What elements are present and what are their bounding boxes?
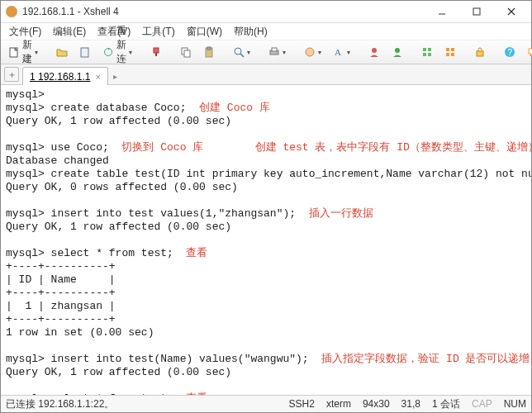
grid1-button[interactable] xyxy=(417,42,437,62)
svg-rect-8 xyxy=(155,53,157,56)
copy-button[interactable] xyxy=(176,42,196,62)
svg-point-19 xyxy=(372,48,377,53)
disconnect-icon xyxy=(150,46,162,58)
statusbar: 已连接 192.168.1.1:22。 SSH2 xterm 94x30 31,… xyxy=(1,395,531,412)
users-button[interactable] xyxy=(364,42,384,62)
annotation: 插入一行数据 xyxy=(296,207,373,220)
paste-button[interactable] xyxy=(199,42,219,62)
palette-icon xyxy=(304,46,316,58)
user-red-icon xyxy=(368,46,380,58)
tab-label: 1 192.168.1.1 xyxy=(30,71,90,83)
grid2-button[interactable] xyxy=(440,42,460,62)
svg-rect-16 xyxy=(272,48,277,51)
app-icon xyxy=(6,6,17,17)
status-cap: CAP xyxy=(472,398,492,410)
terminal[interactable]: mysql> mysql> create database Coco; 创建 C… xyxy=(1,85,531,395)
term-line: Query OK, 0 rows affected (0.00 sec) xyxy=(6,181,238,193)
menu-help[interactable]: 帮助(H) xyxy=(229,24,273,40)
svg-rect-10 xyxy=(184,50,190,57)
annotation: 创建 Coco 库 xyxy=(186,102,269,114)
term-line: mysql> select * from test; xyxy=(6,247,173,259)
svg-text:?: ? xyxy=(508,48,513,57)
term-line: | ID | Name | xyxy=(6,273,116,286)
menu-window[interactable]: 窗口(W) xyxy=(182,24,227,40)
svg-rect-23 xyxy=(423,53,426,56)
new-button[interactable]: 新建 ▾ xyxy=(4,42,42,62)
new-tab-button[interactable]: ＋ xyxy=(4,67,19,82)
term-line: Query OK, 1 row affected (0.00 sec) xyxy=(6,221,231,233)
term-line: Query OK, 1 row affected (0.00 sec) xyxy=(6,366,231,378)
status-term: xterm xyxy=(326,398,351,410)
svg-point-20 xyxy=(395,48,400,53)
reconnect-button[interactable]: 重新连接 ▾ xyxy=(98,42,136,62)
term-line: +----+----------+ xyxy=(6,313,116,325)
annotation: 切换到 Coco 库 xyxy=(109,141,203,154)
folder-icon xyxy=(56,46,68,58)
menu-tools[interactable]: 工具(T) xyxy=(137,24,179,40)
toolbar: 新建 ▾ 重新连接 ▾ ▾ ▾ ▾ A▾ ? xyxy=(1,40,531,64)
svg-rect-26 xyxy=(451,48,454,51)
grid-orange-icon xyxy=(444,46,456,58)
font-icon: A xyxy=(333,46,344,58)
new-label: 新建 xyxy=(22,38,32,66)
status-connection: 已连接 192.168.1.1:22。 xyxy=(6,397,114,411)
titlebar: 192.168.1.1 - Xshell 4 xyxy=(1,1,531,23)
svg-rect-21 xyxy=(423,48,426,51)
svg-line-14 xyxy=(240,54,244,57)
term-line: mysql> create table test(ID int primary … xyxy=(6,168,531,180)
status-size: 94x30 xyxy=(363,398,390,410)
svg-point-17 xyxy=(306,48,314,56)
annotation: 插入指定字段数据，验证 ID 是否可以递增 xyxy=(309,353,530,365)
paste-icon xyxy=(203,46,215,58)
term-line: mysql> insert into test values(1,"zhangs… xyxy=(6,207,296,220)
tabbar: ＋ 1 192.168.1.1 × ▸ xyxy=(1,64,531,85)
properties-button[interactable] xyxy=(75,42,95,62)
annotation: 查看 xyxy=(173,247,208,259)
new-icon xyxy=(8,46,20,58)
disconnect-button[interactable] xyxy=(146,42,166,62)
font-button[interactable]: A▾ xyxy=(329,42,354,62)
tab-session[interactable]: 1 192.168.1.1 × xyxy=(22,67,108,85)
page-icon xyxy=(79,46,91,58)
color-button[interactable]: ▾ xyxy=(300,42,325,62)
chevron-down-icon: ▾ xyxy=(129,49,132,56)
chevron-down-icon: ▾ xyxy=(318,49,321,56)
status-sessions: 1 会话 xyxy=(432,397,460,411)
close-button[interactable] xyxy=(495,2,528,21)
term-line: 1 row in set (0.00 sec) xyxy=(6,326,154,339)
help-button[interactable]: ? xyxy=(500,42,520,62)
menu-file[interactable]: 文件(F) xyxy=(4,24,46,40)
users-green-button[interactable] xyxy=(387,42,407,62)
chat-button[interactable] xyxy=(523,42,532,62)
help-icon: ? xyxy=(504,46,515,58)
chevron-down-icon: ▾ xyxy=(283,49,286,56)
svg-rect-27 xyxy=(446,53,449,56)
menu-edit[interactable]: 编辑(E) xyxy=(48,24,91,40)
svg-rect-22 xyxy=(428,48,431,51)
status-num: NUM xyxy=(504,398,526,410)
term-line: +----+----------+ xyxy=(6,287,116,299)
term-line: mysql> use Coco; xyxy=(6,141,109,154)
copy-icon xyxy=(180,46,192,58)
open-button[interactable] xyxy=(52,42,72,62)
app-window: 192.168.1.1 - Xshell 4 文件(F) 编辑(E) 查看(V)… xyxy=(0,0,532,413)
chevron-down-icon: ▾ xyxy=(35,49,38,56)
svg-rect-7 xyxy=(154,48,159,53)
grid-icon xyxy=(421,46,433,58)
maximize-button[interactable] xyxy=(460,2,493,21)
svg-rect-25 xyxy=(446,48,449,51)
print-button[interactable]: ▾ xyxy=(264,42,290,62)
chevron-down-icon: ▾ xyxy=(247,49,250,56)
lock-button[interactable] xyxy=(470,42,490,62)
menu-view[interactable]: 查看(V) xyxy=(93,24,135,40)
search-icon xyxy=(233,46,245,58)
term-line: mysql> insert into test(Name) values("wa… xyxy=(6,353,309,365)
minimize-button[interactable] xyxy=(425,2,458,21)
term-line: | 1 | zhangsan | xyxy=(6,300,116,312)
lock-icon xyxy=(474,46,486,58)
tab-close-icon[interactable]: × xyxy=(95,72,100,82)
tab-overflow-icon[interactable]: ▸ xyxy=(113,72,117,81)
reconnect-icon xyxy=(102,46,114,58)
find-button[interactable]: ▾ xyxy=(229,42,254,62)
svg-rect-12 xyxy=(207,47,211,50)
